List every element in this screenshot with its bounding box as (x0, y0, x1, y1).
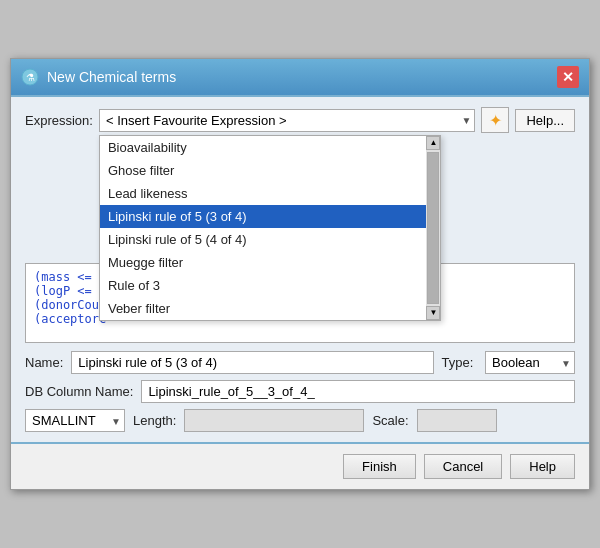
dropdown-item-muegge[interactable]: Muegge filter (100, 251, 441, 274)
dropdown-item-veber[interactable]: Veber filter (100, 297, 441, 320)
title-bar: ⚗ New Chemical terms ✕ (11, 59, 589, 95)
expression-input[interactable] (99, 109, 476, 132)
name-type-row: Name: Type: Boolean Integer Float String… (25, 351, 575, 374)
close-button[interactable]: ✕ (557, 66, 579, 88)
dialog-footer: Finish Cancel Help (11, 444, 589, 489)
length-label: Length: (133, 413, 176, 428)
db-column-label: DB Column Name: (25, 384, 133, 399)
name-label: Name: (25, 355, 63, 370)
smallint-wrapper: SMALLINT INT BIGINT FLOAT VARCHAR ▼ (25, 409, 125, 432)
dropdown-list-inner: Bioavailability Ghose filter Lead likene… (100, 136, 441, 320)
cancel-button[interactable]: Cancel (424, 454, 502, 479)
dropdown-item-lipinski3[interactable]: Lipinski rule of 5 (3 of 4) (100, 205, 441, 228)
dropdown-list-outer: Bioavailability Ghose filter Lead likene… (100, 136, 441, 320)
smallint-select[interactable]: SMALLINT INT BIGINT FLOAT VARCHAR (25, 409, 125, 432)
dropdown-item-rule3[interactable]: Rule of 3 (100, 274, 441, 297)
new-chemical-terms-dialog: ⚗ New Chemical terms ✕ Expression: ▼ Bio… (10, 58, 590, 490)
db-column-row: DB Column Name: (25, 380, 575, 403)
type-select-wrapper: Type: Boolean Integer Float String ▼ (442, 351, 575, 374)
dropdown-item-bioavailability[interactable]: Bioavailability (100, 136, 441, 159)
type-label: Type: (442, 355, 474, 370)
help-footer-button[interactable]: Help (510, 454, 575, 479)
scrollbar-down[interactable]: ▼ (426, 306, 440, 320)
expression-row: Expression: ▼ Bioavailability Ghose filt… (25, 107, 575, 133)
dialog-title: New Chemical terms (47, 69, 176, 85)
dropdown-item-lipinski4[interactable]: Lipinski rule of 5 (4 of 4) (100, 228, 441, 251)
type-select[interactable]: Boolean Integer Float String (485, 351, 575, 374)
dialog-body: Expression: ▼ Bioavailability Ghose filt… (11, 95, 589, 444)
app-icon: ⚗ (21, 68, 39, 86)
scale-input[interactable] (417, 409, 497, 432)
dropdown-item-ghose[interactable]: Ghose filter (100, 159, 441, 182)
db-column-input[interactable] (141, 380, 575, 403)
smallint-row: SMALLINT INT BIGINT FLOAT VARCHAR ▼ Leng… (25, 409, 575, 432)
scrollbar-track: ▲ ▼ (426, 136, 440, 320)
scrollbar-up[interactable]: ▲ (426, 136, 440, 150)
expression-label: Expression: (25, 113, 93, 128)
finish-button[interactable]: Finish (343, 454, 416, 479)
scrollbar-thumb[interactable] (427, 152, 439, 304)
length-input[interactable] (184, 409, 364, 432)
title-bar-left: ⚗ New Chemical terms (21, 68, 176, 86)
name-input[interactable] (71, 351, 433, 374)
expression-dropdown-list: Bioavailability Ghose filter Lead likene… (99, 135, 442, 321)
star-button[interactable]: ✦ (481, 107, 509, 133)
svg-text:⚗: ⚗ (26, 72, 35, 83)
scale-label: Scale: (372, 413, 408, 428)
help-expression-button[interactable]: Help... (515, 109, 575, 132)
expression-dropdown-wrapper: ▼ Bioavailability Ghose filter Lead like… (99, 109, 476, 132)
dropdown-item-lead[interactable]: Lead likeness (100, 182, 441, 205)
